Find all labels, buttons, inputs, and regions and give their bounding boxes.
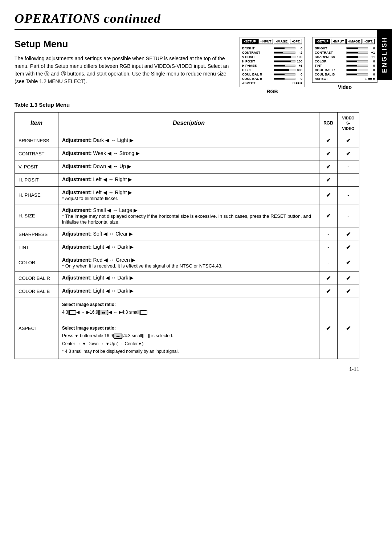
page-number: 1-11 [15,366,377,372]
table-row: COLOR Adjustment: Red ◀ ↔ Green ▶ * Only… [15,254,359,272]
video-aspect: ✔ [338,298,359,359]
opt-tab: ▪OPT. [290,39,302,44]
bright-row: BRIGHT 0 [242,46,302,50]
hposit-row: H POSIT 100 [242,59,302,64]
rgb-header: RGB [319,113,338,134]
setup-section: Setup Menu The following adjustments and… [15,37,377,94]
desc-brightness: Adjustment: Dark ◀ ↔ Light ▶ [58,134,319,147]
v-color-row: COLOR 0 [315,59,375,64]
aspect-diagram: Select image aspect ratio: 4:3[]◀ ↔ ▶16:… [62,301,315,356]
item-hsize: H. SIZE [15,204,58,228]
item-colorbalr: COLOR BAL R [15,272,58,285]
v-coulbalb-row: COUL BAL B 0 [315,72,375,77]
rgb-vposit: ✔ [319,160,338,173]
vposit-row: V POSIT 100 [242,55,302,59]
page-number-text: 1-11 [349,366,359,372]
item-hposit: H. POSIT [15,173,58,186]
description-header: Description [58,113,319,134]
v-sharpness-row: SHARPNESS +1 [315,55,375,59]
item-vposit: V. POSIT [15,160,58,173]
table-heading: Table 1.3 Setup Menu [15,102,377,108]
video-hsize: - [338,204,359,228]
image-tab: ▪IMAGE [274,39,289,44]
video-colorbalr: ✔ [338,272,359,285]
setup-images: ▪SETUP ▪INPUT ▪IMAGE ▪OPT. BRIGHT 0 CONT… [240,37,377,94]
video-menu-tabs: ▪SETUP ▪INPUT ▪IMAGE ▪OPT. [315,39,375,45]
desc-colorbalr: Adjustment: Light ◀ ↔ Dark ▶ [58,272,319,285]
video-sharpness: ✔ [338,228,359,241]
rgb-brightness: ✔ [319,134,338,147]
video-contrast: ✔ [338,147,359,160]
v-input-tab: ▪INPUT [331,39,346,44]
english-tab: ENGLISH [377,29,392,80]
item-tint: TINT [15,241,58,254]
desc-tint: Adjustment: Light ◀ ↔ Dark ▶ [58,241,319,254]
table-row: TINT Adjustment: Light ◀ ↔ Dark ▶ - ✔ [15,241,359,254]
hphase-row: H PHASE +1 [242,64,302,68]
rgb-menu-image: ▪SETUP ▪INPUT ▪IMAGE ▪OPT. BRIGHT 0 CONT… [240,37,305,94]
table-header-row: Item Description RGB VIDEOS-VIDEO [15,113,359,134]
v-aspect-row: ASPECT □ ■■ ■ [315,77,375,81]
coulbalb-row: COUL BAL B 0 [242,77,302,81]
desc-color: Adjustment: Red ◀ ↔ Green ▶ * Only when … [58,254,319,272]
table-row: COLOR BAL B Adjustment: Light ◀ ↔ Dark ▶… [15,285,359,298]
table-row: BRIGHTNESS Adjustment: Dark ◀ ↔ Light ▶ … [15,134,359,147]
rgb-hphase: ✔ [319,186,338,204]
v-coulbalr-row: COUL BAL R 0 [315,68,375,72]
video-label: Video [338,84,352,90]
table-row: V. POSIT Adjustment: Down ◀ ↔ Up ▶ ✔ - [15,160,359,173]
video-hphase: - [338,186,359,204]
v-contrast-row: CONTRAST +1 [315,50,375,55]
table-row: COLOR BAL R Adjustment: Light ◀ ↔ Dark ▶… [15,272,359,285]
video-color: ✔ [338,254,359,272]
desc-hphase: Adjustment: Left ◀ ↔ Right ▶ * Adjust to… [58,186,319,204]
table-row: CONTRAST Adjustment: Weak ◀ ↔ Strong ▶ ✔… [15,147,359,160]
item-contrast: CONTRAST [15,147,58,160]
desc-colorbalb: Adjustment: Light ◀ ↔ Dark ▶ [58,285,319,298]
video-colorbalb: ✔ [338,285,359,298]
rgb-menu-panel: ▪SETUP ▪INPUT ▪IMAGE ▪OPT. BRIGHT 0 CONT… [240,37,305,87]
item-header: Item [15,113,58,134]
contrast-row: CONTRAST -2 [242,50,302,55]
video-menu-image: ▪SETUP ▪INPUT ▪IMAGE ▪OPT. BRIGHT 0 CONT… [312,37,377,90]
rgb-hsize: ✔ [319,204,338,228]
desc-vposit: Adjustment: Down ◀ ↔ Up ▶ [58,160,319,173]
header-title: OPERATIONS continued [15,11,161,26]
v-setup-tab: ▪SETUP [315,39,330,44]
table-row: SHARPNESS Adjustment: Soft ◀ ↔ Clear ▶ -… [15,228,359,241]
item-hphase: H. PHASE [15,186,58,204]
rgb-color: - [319,254,338,272]
rgb-label: RGB [266,89,278,94]
rgb-menu-tabs: ▪SETUP ▪INPUT ▪IMAGE ▪OPT. [242,39,302,45]
desc-aspect: Select image aspect ratio: 4:3[]◀ ↔ ▶16:… [58,298,319,359]
desc-sharpness: Adjustment: Soft ◀ ↔ Clear ▶ [58,228,319,241]
setup-menu-heading: Setup Menu [15,37,232,51]
table-row: ASPECT Select image aspect ratio: 4:3[]◀… [15,298,359,359]
video-tint: ✔ [338,241,359,254]
v-tint-row: TINT 0 [315,64,375,68]
video-svideo-header: VIDEOS-VIDEO [338,113,359,134]
setup-menu-description: The following adjustments and settings a… [15,55,232,85]
rgb-colorbalb: ✔ [319,285,338,298]
rgb-aspect: ✔ [319,298,338,359]
setup-text: Setup Menu The following adjustments and… [15,37,232,94]
video-brightness: ✔ [338,134,359,147]
v-image-tab: ▪IMAGE [346,39,362,44]
video-menu-panel: ▪SETUP ▪INPUT ▪IMAGE ▪OPT. BRIGHT 0 CONT… [312,37,377,83]
setup-table: Item Description RGB VIDEOS-VIDEO BRIGHT… [15,112,359,359]
setup-tab: ▪SETUP [242,39,258,44]
video-hposit: - [338,173,359,186]
aspect-row: ASPECT □ ■■ ■ [242,81,302,85]
hsize-row: H SIZE 800 [242,68,302,72]
video-vposit: - [338,160,359,173]
rgb-sharpness: - [319,228,338,241]
desc-hposit: Adjustment: Left ◀ ↔ Right ▶ [58,173,319,186]
desc-contrast: Adjustment: Weak ◀ ↔ Strong ▶ [58,147,319,160]
item-colorbalb: COLOR BAL B [15,285,58,298]
english-tab-label: ENGLISH [381,36,388,73]
item-aspect: ASPECT [15,298,58,359]
table-row: H. SIZE Adjustment: Small ◀ ↔ Large ▶ * … [15,204,359,228]
desc-hsize: Adjustment: Small ◀ ↔ Large ▶ * The imag… [58,204,319,228]
rgb-tint: - [319,241,338,254]
page-wrapper: ENGLISH OPERATIONS continued Setup Menu … [0,0,392,387]
